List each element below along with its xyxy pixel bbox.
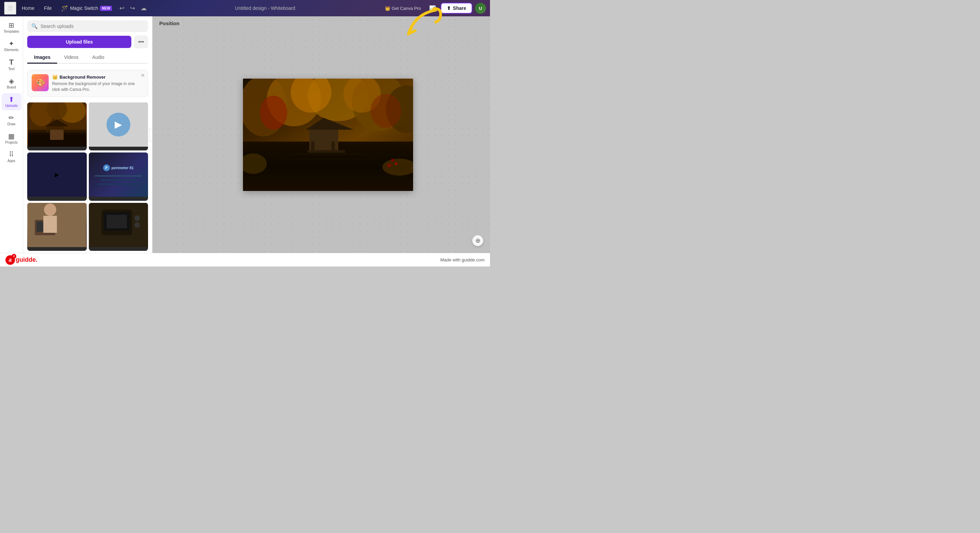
text-icon: T [9,59,14,66]
topnav-right: 👑 Get Canva Pro 📊 ⬆ Share U [382,3,486,14]
svg-point-47 [395,162,398,165]
perimeter-image: P perimeter 81 [89,153,148,197]
main-layout: ⊞ Templates ✦ Elements T Text ◈ Brand ⬆ … [0,16,490,253]
sidebar-item-uploads[interactable]: ⬆ Uploads [2,93,21,110]
sidebar-item-templates[interactable]: ⊞ Templates [2,19,21,36]
list-item[interactable]: ▶ [27,153,87,200]
tabs-row: Images Videos Audio [27,52,148,64]
avatar[interactable]: U [475,3,486,14]
position-label: Position [159,21,179,26]
new-badge: NEW [100,6,112,11]
svg-rect-43 [270,164,386,164]
file-button[interactable]: File [40,3,56,13]
elements-icon: ✦ [8,40,14,47]
perimeter-bar-3 [98,183,139,185]
topnav: ☰ Home File 🪄 Magic Switch NEW ↩ ↪ ☁ Unt… [0,0,490,16]
canvas-image[interactable] [243,79,413,191]
video-play-button[interactable]: ▶ [55,172,59,178]
svg-rect-20 [107,215,127,228]
svg-point-48 [387,163,391,167]
tab-audio[interactable]: Audio [86,52,111,64]
list-item[interactable] [27,203,87,251]
sidebar-item-text[interactable]: T Text [2,56,21,73]
sidebar-item-draw[interactable]: ✏ Draw [2,111,21,129]
close-promo-button[interactable]: ✕ [140,73,145,78]
share-icon: ⬆ [447,5,451,11]
image-grid: ▶ ▶ P perimeter 81 [23,100,152,253]
tab-videos[interactable]: Videos [57,52,86,64]
guidde-notification-badge: 5 [11,254,16,259]
upload-btn-row: Upload files ••• [27,35,148,48]
document-title: Untitled design - Whiteboard [150,5,380,11]
sidebar-item-brand[interactable]: ◈ Brand [2,75,21,92]
sidebar-label-projects: Projects [5,140,18,144]
sidebar-label-apps: Apps [8,159,15,163]
apps-icon: ⠿ [9,151,14,158]
cloud-save-button[interactable]: ☁ [138,3,149,13]
sidebar-label-draw: Draw [8,122,15,126]
menu-icon[interactable]: ☰ [4,2,16,14]
sidebar-label-uploads: Uploads [5,104,18,108]
svg-point-21 [134,215,140,221]
sidebar-label-brand: Brand [7,86,16,89]
analytics-icon[interactable]: 📊 [427,4,438,13]
share-label: Share [453,5,466,11]
bg-remover-text: 👑 Background Remover Remove the backgrou… [52,74,143,92]
search-bar[interactable]: 🔍 [27,21,148,32]
guidde-text: guidde. [16,256,37,263]
sidebar-label-elements: Elements [5,48,19,52]
share-button[interactable]: ⬆ Share [441,3,472,14]
retro-person-image [27,203,87,247]
tab-images[interactable]: Images [27,52,57,64]
sidebar-item-apps[interactable]: ⠿ Apps [2,148,21,165]
search-input[interactable] [40,24,144,29]
guidde-a-letter: a [9,257,12,263]
panel-hide-handle[interactable]: ‹ [150,128,153,142]
undo-button[interactable]: ↩ [118,3,127,13]
retro-tv-image [89,203,148,247]
projects-icon: ▦ [8,133,14,140]
svg-point-22 [134,222,140,228]
draw-icon: ✏ [8,115,14,121]
svg-point-33 [260,95,287,130]
svg-rect-24 [108,238,129,240]
magic-switch-button[interactable]: 🪄 Magic Switch NEW [57,3,116,14]
perimeter-label: perimeter 81 [111,166,134,170]
svg-point-34 [371,94,401,128]
list-item[interactable]: P perimeter 81 [89,153,148,200]
svg-rect-40 [308,150,345,153]
image-autumn-hut [27,102,87,147]
brand-icon: ◈ [9,78,14,84]
list-item[interactable] [89,203,148,251]
list-item[interactable]: ▶ [89,102,148,150]
magic-switch-label: Magic Switch [70,5,98,11]
sidebar-item-elements[interactable]: ✦ Elements [2,37,21,54]
sidebar: ⊞ Templates ✦ Elements T Text ◈ Brand ⬆ … [0,16,23,253]
svg-rect-23 [113,235,124,238]
bg-remover-description: Remove the background of your image in o… [52,81,143,92]
play-button[interactable]: ▶ [107,113,130,137]
made-with-label: Made with guidde.com [440,257,485,263]
svg-rect-41 [294,153,362,154]
uploads-header: 🔍 Upload files ••• Images Videos Audio [23,16,152,66]
play-circle-item: ▶ [89,102,148,147]
search-icon: 🔍 [31,23,38,29]
sidebar-label-templates: Templates [4,30,19,33]
bg-remover-thumbnail: 🎨 [32,74,49,91]
redo-button[interactable]: ↪ [128,3,137,13]
bottom-bar: a 5 guidde. Made with guidde.com [0,253,490,266]
upload-more-button[interactable]: ••• [134,35,148,48]
bg-remover-promo: 🎨 👑 Background Remover Remove the backgr… [27,70,148,97]
crown-icon: 👑 [52,74,58,80]
resize-handle[interactable]: ⊕ [472,235,483,246]
home-button[interactable]: Home [18,3,38,13]
templates-icon: ⊞ [8,22,14,29]
sidebar-item-projects[interactable]: ▦ Projects [2,130,21,147]
perimeter-bar-1 [95,175,142,177]
svg-point-46 [391,159,395,162]
guidde-logo: a 5 guidde. [5,255,37,265]
uploads-panel: 🔍 Upload files ••• Images Videos Audio 🎨… [23,16,153,253]
upload-files-button[interactable]: Upload files [27,36,131,48]
get-canva-pro-button[interactable]: 👑 Get Canva Pro [382,4,424,13]
list-item[interactable] [27,102,87,150]
